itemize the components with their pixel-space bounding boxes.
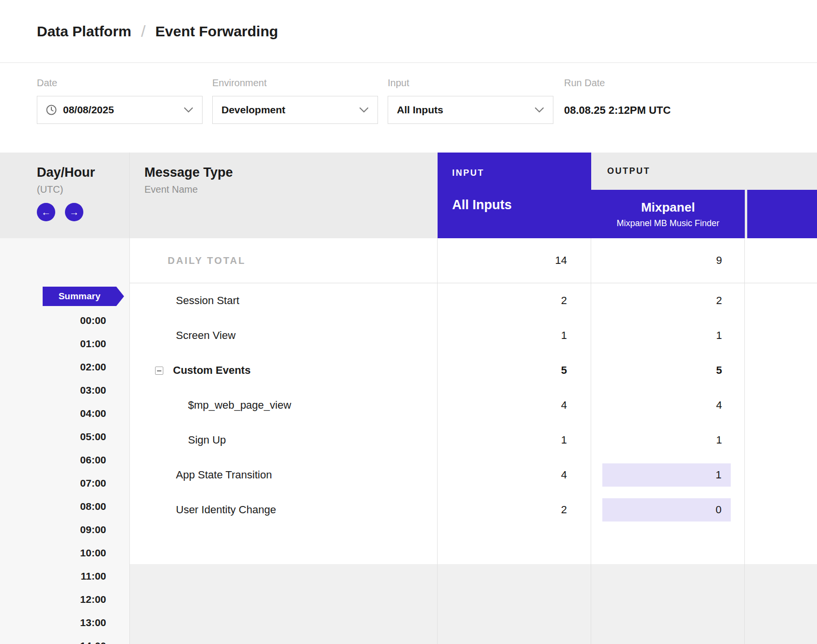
filter-bar: Date 08/08/2025 Environment Development (0, 63, 817, 153)
row-name: Custom Events (130, 364, 438, 377)
input-count: 2 (438, 504, 591, 516)
hours-list: 00:0001:0002:0003:0004:0005:0006:0007:00… (0, 309, 129, 644)
table-row: Session Start22 (130, 283, 817, 318)
table-header: Day/Hour (UTC) ← → Message Type Event Na… (0, 153, 817, 238)
table-row: $mp_web_page_view44 (130, 388, 817, 423)
row-name: Session Start (130, 294, 438, 307)
run-date-label: Run Date (564, 77, 671, 89)
previous-day-button[interactable]: ← (37, 203, 55, 221)
input-count: 5 (438, 364, 591, 377)
environment-value: Development (221, 104, 285, 116)
hour-item[interactable]: 03:00 (0, 379, 129, 402)
arrow-right-icon: → (69, 207, 79, 217)
hour-item[interactable]: 07:00 (0, 472, 129, 495)
column-divider (591, 238, 591, 644)
output-count: 1 (591, 463, 745, 487)
hour-item[interactable]: 05:00 (0, 425, 129, 448)
column-divider (744, 238, 745, 644)
daily-total-input: 14 (438, 254, 591, 267)
run-date-value: 08.08.25 2:12PM UTC (564, 96, 671, 117)
hour-item[interactable]: 11:00 (0, 565, 129, 588)
breadcrumb-separator: / (141, 22, 145, 41)
run-date: Run Date 08.08.25 2:12PM UTC (564, 77, 671, 117)
hour-item[interactable]: 06:00 (0, 448, 129, 472)
date-filter: Date 08/08/2025 (37, 77, 203, 124)
output-count-value: 1 (716, 329, 722, 342)
row-name: Sign Up (130, 434, 438, 446)
row-name: Screen View (130, 329, 438, 342)
clock-icon (46, 105, 57, 115)
output-count-value: 5 (716, 364, 722, 377)
rows-footer (130, 564, 817, 644)
output-count-value: 2 (716, 294, 722, 307)
row-name-label: User Identity Change (176, 504, 276, 516)
row-name-label: App State Transition (176, 469, 272, 481)
rows-spacer (130, 527, 817, 564)
breadcrumb-section[interactable]: Data Platform (37, 23, 131, 40)
chevron-down-icon (359, 107, 369, 113)
input-filter-label: Input (388, 77, 553, 89)
partial-output-header-block[interactable] (747, 190, 817, 238)
row-name-label: Custom Events (173, 364, 251, 377)
output-count-value: 0 (602, 498, 731, 521)
hour-item[interactable]: 04:00 (0, 402, 129, 425)
hour-item[interactable]: 08:00 (0, 495, 129, 518)
output-count-value: 1 (716, 434, 722, 446)
hour-item[interactable]: 00:00 (0, 309, 129, 332)
output-count: 2 (591, 294, 745, 307)
input-filter: Input All Inputs (388, 77, 553, 124)
day-hour-subtitle: (UTC) (37, 184, 129, 195)
hour-item[interactable]: 02:00 (0, 355, 129, 379)
input-count: 4 (438, 399, 591, 412)
chevron-down-icon (184, 107, 193, 113)
input-count: 2 (438, 294, 591, 307)
date-dropdown[interactable]: 08/08/2025 (37, 96, 203, 124)
row-name: $mp_web_page_view (130, 399, 438, 412)
row-name-label: $mp_web_page_view (188, 399, 291, 412)
input-header-label: INPUT (452, 168, 591, 178)
hour-item[interactable]: 09:00 (0, 518, 129, 541)
partial-output-column (745, 153, 817, 238)
output-header-label: OUTPUT (607, 166, 650, 176)
hour-item[interactable]: 01:00 (0, 332, 129, 355)
output-count: 1 (591, 434, 745, 446)
date-filter-label: Date (37, 77, 203, 89)
environment-filter-label: Environment (212, 77, 378, 89)
output-count: 5 (591, 364, 745, 377)
table-row: App State Transition41 (130, 458, 817, 492)
input-column-header: INPUT All Inputs (438, 153, 591, 238)
daily-total-output: 9 (591, 254, 745, 267)
daily-total-row: DAILY TOTAL 14 9 (130, 238, 817, 283)
output-column-name: Mixpanel (641, 200, 695, 215)
message-type-header: Message Type Event Name (130, 153, 438, 238)
next-day-button[interactable]: → (65, 203, 83, 221)
message-type-title: Message Type (144, 165, 438, 180)
output-header-block[interactable]: Mixpanel Mixpanel MB Music Finder (591, 190, 745, 238)
output-count-value: 4 (716, 399, 722, 412)
rows-area: DAILY TOTAL 14 9 Session Start22Screen V… (130, 238, 817, 644)
row-name-label: Session Start (176, 294, 239, 307)
table-row: Custom Events55 (130, 353, 817, 388)
breadcrumb: Data Platform / Event Forwarding (0, 0, 817, 63)
minus-square-icon[interactable] (155, 367, 163, 375)
output-count: 1 (591, 329, 745, 342)
summary-flag[interactable]: Summary (43, 287, 116, 306)
date-value: 08/08/2025 (63, 104, 114, 116)
hour-item[interactable]: 10:00 (0, 541, 129, 565)
output-header-label-area: OUTPUT (591, 153, 745, 190)
daily-total-label: DAILY TOTAL (130, 255, 438, 266)
table-row: User Identity Change20 (130, 492, 817, 527)
arrow-left-icon: ← (41, 207, 51, 217)
day-hour-title: Day/Hour (37, 165, 129, 180)
table-body: Summary 00:0001:0002:0003:0004:0005:0006… (0, 238, 817, 644)
environment-dropdown[interactable]: Development (212, 96, 378, 124)
output-column-subtitle: Mixpanel MB Music Finder (616, 218, 719, 229)
hour-item[interactable]: 14:00 (0, 634, 129, 644)
input-column-name: All Inputs (452, 198, 591, 213)
hour-item[interactable]: 12:00 (0, 588, 129, 611)
input-dropdown[interactable]: All Inputs (388, 96, 553, 124)
input-header-block[interactable]: INPUT All Inputs (438, 153, 591, 238)
row-name: User Identity Change (130, 504, 438, 516)
hour-item[interactable]: 13:00 (0, 611, 129, 634)
input-value: All Inputs (397, 104, 443, 116)
